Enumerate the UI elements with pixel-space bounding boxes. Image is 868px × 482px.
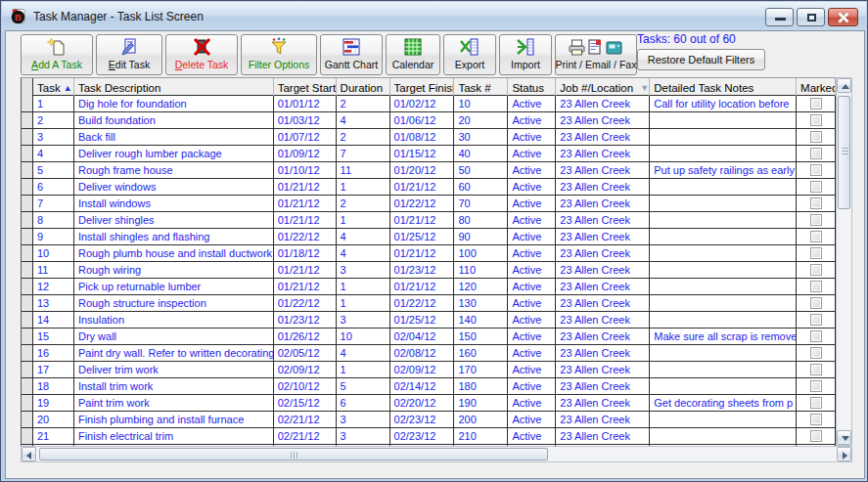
marked-checkbox[interactable] xyxy=(810,330,822,342)
close-button[interactable] xyxy=(828,8,858,26)
marked-checkbox[interactable] xyxy=(810,281,822,292)
record-selector[interactable] xyxy=(22,329,33,344)
marked-checkbox[interactable] xyxy=(810,380,822,392)
record-selector[interactable] xyxy=(22,129,33,145)
marked-checkbox[interactable] xyxy=(810,231,822,242)
column-header-duration[interactable]: Duration xyxy=(337,78,390,96)
table-row[interactable]: 13Rough structure inspection01/22/12101/… xyxy=(22,295,836,312)
marked-checkbox[interactable] xyxy=(810,397,822,409)
table-row[interactable]: 21Finish electrical trim02/21/12302/23/1… xyxy=(22,428,836,445)
marked-checkbox[interactable] xyxy=(810,430,822,442)
marked-checkbox[interactable] xyxy=(810,164,822,176)
gantt-chart-button[interactable]: Gantt Chart xyxy=(320,34,383,75)
table-row[interactable]: 6Deliver windows01/21/12101/21/1260Activ… xyxy=(22,179,836,196)
record-selector[interactable] xyxy=(22,196,33,211)
import-button[interactable]: Import xyxy=(499,34,552,75)
calendar-button[interactable]: Calendar xyxy=(386,34,440,75)
record-selector[interactable] xyxy=(22,262,33,278)
table-row[interactable]: 11Rough wiring01/21/12301/23/12110Active… xyxy=(22,262,836,279)
marked-checkbox[interactable] xyxy=(810,114,822,126)
column-header-task[interactable]: Task▲ xyxy=(33,78,74,96)
table-row[interactable]: 12Pick up returnable lumber01/21/12101/2… xyxy=(22,279,836,295)
horizontal-scroll-thumb[interactable] xyxy=(39,448,548,460)
marked-checkbox[interactable] xyxy=(810,264,822,276)
marked-checkbox[interactable] xyxy=(810,364,822,375)
scroll-down-button[interactable] xyxy=(837,430,851,445)
filter-dropdown-icon[interactable]: ▼ xyxy=(640,84,649,93)
table-row[interactable]: 7Install windows01/21/12201/22/1270Activ… xyxy=(22,196,836,212)
record-selector[interactable] xyxy=(22,245,33,261)
table-row[interactable]: 5Rough frame house01/10/121101/20/1250Ac… xyxy=(22,162,836,179)
column-header-status[interactable]: Status xyxy=(508,78,556,96)
record-selector[interactable] xyxy=(22,295,33,311)
cell-notes xyxy=(650,362,797,377)
table-row[interactable]: 4Deliver rough lumber package01/09/12701… xyxy=(22,146,836,162)
marked-checkbox[interactable] xyxy=(810,247,822,259)
column-header-job[interactable]: Job #/Location▼ xyxy=(556,78,650,96)
column-header-description[interactable]: Task Description xyxy=(74,78,274,96)
table-row[interactable]: 14Insulation01/23/12301/25/12140Active23… xyxy=(22,312,836,329)
column-header-notes[interactable]: Detailed Task Notes xyxy=(650,78,797,96)
delete-task-button[interactable]: Delete Task xyxy=(165,34,238,75)
marked-checkbox[interactable] xyxy=(810,297,822,309)
record-selector[interactable] xyxy=(22,395,33,411)
record-selector[interactable] xyxy=(22,179,33,195)
record-selector[interactable] xyxy=(22,412,33,427)
table-row[interactable]: 3Back fill01/07/12201/08/1230Active23 Al… xyxy=(22,129,836,146)
record-selector[interactable] xyxy=(22,146,33,161)
marked-checkbox[interactable] xyxy=(810,131,822,143)
marked-checkbox[interactable] xyxy=(810,347,822,359)
filter-options-button[interactable]: Filter Options xyxy=(241,34,317,75)
record-selector[interactable] xyxy=(22,428,33,444)
table-row[interactable]: 16Paint dry wall. Refer to written decor… xyxy=(22,345,836,362)
record-selector[interactable] xyxy=(22,162,33,178)
marked-checkbox[interactable] xyxy=(810,181,822,193)
edit-task-button[interactable]: Edit Task xyxy=(96,34,162,75)
vertical-scrollbar[interactable] xyxy=(836,77,852,446)
horizontal-scrollbar[interactable] xyxy=(21,446,852,462)
minimize-button[interactable] xyxy=(765,8,794,26)
record-selector[interactable] xyxy=(22,345,33,361)
cell-task_no: 30 xyxy=(454,129,508,145)
table-row[interactable]: 9Install shingles and flashing01/22/1240… xyxy=(22,229,836,245)
record-selector[interactable] xyxy=(22,112,33,128)
marked-checkbox[interactable] xyxy=(810,197,822,209)
table-row[interactable]: 15Dry wall01/26/121002/04/12150Active23 … xyxy=(22,329,836,345)
column-header-task_no[interactable]: Task # xyxy=(454,78,508,96)
table-row[interactable]: 8Deliver shingles01/21/12101/21/1280Acti… xyxy=(22,212,836,229)
export-button[interactable]: Export xyxy=(443,34,496,75)
marked-checkbox[interactable] xyxy=(810,148,822,159)
column-header-target_start[interactable]: Target Start xyxy=(274,78,337,96)
table-row[interactable]: 18Install trim work02/10/12502/14/12180A… xyxy=(22,378,836,395)
add-task-button[interactable]: Add A Task xyxy=(21,34,93,75)
record-selector[interactable] xyxy=(22,212,33,228)
column-header-marked[interactable]: Marked... xyxy=(797,78,836,96)
record-selector[interactable] xyxy=(22,279,33,294)
marked-checkbox[interactable] xyxy=(810,214,822,226)
vertical-scroll-thumb[interactable] xyxy=(838,96,850,209)
record-selector[interactable] xyxy=(22,378,33,394)
scroll-up-button[interactable] xyxy=(837,78,851,93)
table-row[interactable]: 20Finish plumbing and install furnace02/… xyxy=(22,412,836,428)
maximize-button[interactable] xyxy=(797,8,825,26)
marked-checkbox[interactable] xyxy=(810,414,822,425)
table-row[interactable]: 10Rough plumb house and install ductwork… xyxy=(22,245,836,262)
print-email-fax-button[interactable]: Print / Email / Fax xyxy=(555,34,637,75)
marked-checkbox[interactable] xyxy=(810,98,822,110)
record-selector[interactable] xyxy=(22,362,33,377)
cell-duration: 4 xyxy=(337,345,390,361)
record-selector[interactable] xyxy=(22,312,33,328)
restore-default-filters-button[interactable]: Restore Default Filters xyxy=(637,49,765,70)
column-header-target_finish[interactable]: Target Finish xyxy=(390,78,455,96)
marked-checkbox[interactable] xyxy=(810,314,822,326)
scroll-left-button[interactable] xyxy=(22,447,36,461)
table-row[interactable]: 2Build foundation01/03/12401/06/1220Acti… xyxy=(22,112,836,129)
table-row[interactable]: 17Deliver trim work02/09/12102/09/12170A… xyxy=(22,362,836,378)
table-row[interactable]: 19Paint trim work02/15/12602/20/12190Act… xyxy=(22,395,836,412)
record-selector[interactable] xyxy=(22,229,33,244)
cell-description: Rough plumb house and install ductwork xyxy=(74,245,274,261)
tasks-count: Tasks: 60 out of 60 xyxy=(637,32,736,46)
table-row[interactable]: 1Dig hole for foundation01/01/12201/02/1… xyxy=(22,96,836,112)
record-selector[interactable] xyxy=(22,96,33,111)
scroll-right-button[interactable] xyxy=(837,447,851,461)
